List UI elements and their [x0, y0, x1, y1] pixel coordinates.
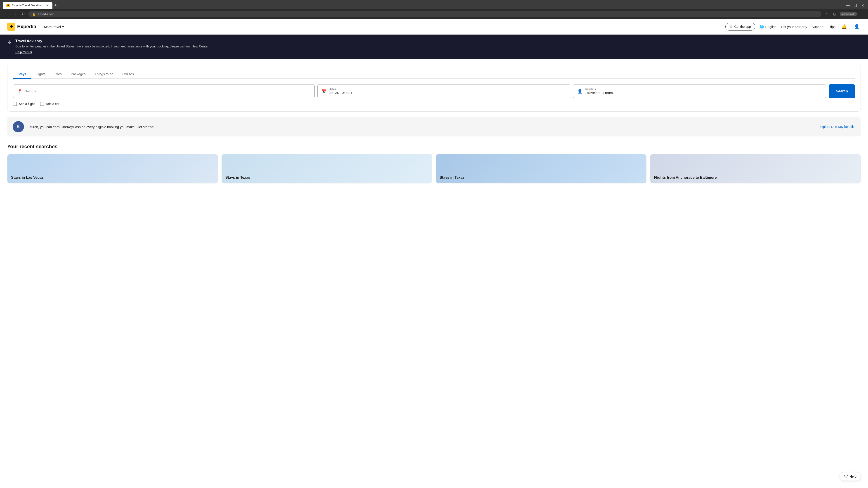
globe-icon: 🌐	[760, 25, 764, 29]
logo-icon: ✈	[7, 23, 16, 31]
recent-card-label-4: Flights from Anchorage to Baltimore	[654, 175, 857, 180]
bookmark-button[interactable]: ☆	[824, 11, 830, 17]
logo[interactable]: ✈ Expedia	[7, 23, 36, 31]
tab-stays[interactable]: Stays	[13, 70, 31, 79]
onekey-avatar: K	[13, 121, 24, 132]
search-row: 📍 Going to 📅 Dates Jan 30 - Jan 31 👤 Tra…	[13, 84, 855, 98]
location-icon: 📍	[17, 89, 22, 94]
recent-card-label-2: Stays in Texas	[225, 175, 428, 180]
tab-packages[interactable]: Packages	[66, 70, 90, 79]
browser-chrome: E Expedia Travel: Vacation Home... ✕ + —…	[0, 0, 868, 9]
account-button[interactable]: 👤	[852, 23, 861, 31]
add-car-label: Add a car	[46, 102, 59, 106]
add-flight-checkbox[interactable]: Add a flight	[13, 102, 35, 106]
add-car-checkbox[interactable]: Add a car	[40, 102, 59, 106]
address-bar[interactable]: 🔒 expedia.com	[29, 11, 821, 17]
going-to-field[interactable]: 📍 Going to	[13, 84, 315, 98]
avatar-letter: K	[17, 124, 20, 130]
restore-button[interactable]: ❐	[852, 3, 858, 8]
incognito-badge[interactable]: Incognito (2)	[840, 12, 857, 16]
tab-title: Expedia Travel: Vacation Home...	[12, 4, 44, 7]
more-travel-chevron-icon: ▾	[62, 25, 64, 29]
tab-favicon: E	[6, 4, 10, 7]
search-button[interactable]: Search	[829, 84, 855, 98]
tab-row: E Expedia Travel: Vacation Home... ✕ + —…	[3, 2, 865, 9]
search-card: Stays Flights Cars Packages Things to do…	[7, 64, 861, 111]
recent-card-anchorage[interactable]: Flights from Anchorage to Baltimore	[650, 154, 861, 184]
going-to-placeholder: Going to	[24, 89, 37, 93]
tab-things-to-do[interactable]: Things to do	[90, 70, 118, 79]
dates-content: Dates Jan 30 - Jan 31	[329, 88, 352, 95]
tab-close-button[interactable]: ✕	[46, 4, 49, 7]
recent-card-label-1: Stays in Las Vegas	[11, 175, 214, 180]
help-center-link[interactable]: Help Center	[16, 51, 32, 54]
recent-searches-section: Your recent searches Stays in Las Vegas …	[7, 144, 861, 184]
toolbar-icons: ☆ ⊟ Incognito (2) ⋮	[824, 11, 865, 17]
travelers-content: Travelers 2 travelers, 1 room	[585, 88, 613, 95]
more-travel-label: More travel	[44, 25, 61, 29]
advisory-text: Due to winter weather in the United Stat…	[16, 44, 209, 49]
logo-text: Expedia	[17, 24, 36, 30]
calendar-icon: 📅	[322, 89, 327, 94]
recent-card-texas-2[interactable]: Stays in Texas	[436, 154, 647, 184]
address-text: expedia.com	[38, 12, 817, 16]
reload-button[interactable]: ↻	[20, 11, 26, 17]
add-flight-checkbox-box	[13, 102, 17, 106]
travelers-field[interactable]: 👤 Travelers 2 travelers, 1 room	[573, 84, 826, 98]
add-flight-label: Add a flight	[19, 102, 35, 106]
language-button[interactable]: 🌐 English	[760, 25, 776, 29]
browser-toolbar: ← → ↻ 🔒 expedia.com ☆ ⊟ Incognito (2) ⋮	[0, 9, 868, 19]
window-controls: — ❐ ✕	[845, 3, 865, 8]
new-tab-button[interactable]: +	[53, 2, 59, 9]
tab-cars[interactable]: Cars	[50, 70, 66, 79]
person-icon: 👤	[577, 89, 582, 94]
travelers-value: 2 travelers, 1 room	[585, 91, 613, 95]
notifications-button[interactable]: 🔔	[840, 23, 848, 31]
header-right: ⬇ Get the app 🌐 English List your proper…	[725, 23, 861, 31]
onekey-banner: K Lauren, you can earn OneKeyCash on eve…	[7, 117, 861, 136]
download-icon: ⬇	[730, 25, 733, 29]
language-label: English	[765, 25, 776, 29]
main-content: Stays Flights Cars Packages Things to do…	[0, 59, 868, 189]
app-header: ✈ Expedia More travel ▾ ⬇ Get the app 🌐 …	[0, 19, 868, 35]
recent-card-las-vegas[interactable]: Stays in Las Vegas	[7, 154, 218, 184]
tab-cruises[interactable]: Cruises	[118, 70, 138, 79]
more-button[interactable]: ⋮	[859, 11, 865, 17]
forward-button[interactable]: →	[11, 11, 18, 17]
tab-flights[interactable]: Flights	[31, 70, 50, 79]
split-screen-button[interactable]: ⊟	[832, 11, 838, 17]
browser-tab-active[interactable]: E Expedia Travel: Vacation Home... ✕	[3, 2, 53, 9]
onekey-explore-link[interactable]: Explore One Key benefits	[819, 125, 855, 129]
extras-row: Add a flight Add a car	[13, 102, 855, 106]
get-app-label: Get the app	[734, 25, 751, 29]
dates-field[interactable]: 📅 Dates Jan 30 - Jan 31	[317, 84, 570, 98]
minimize-button[interactable]: —	[845, 3, 851, 8]
add-car-checkbox-box	[40, 102, 44, 106]
back-button[interactable]: ←	[3, 11, 9, 17]
get-app-button[interactable]: ⬇ Get the app	[725, 23, 755, 31]
list-property-button[interactable]: List your property	[781, 25, 807, 29]
warning-icon: ⚠	[7, 39, 12, 45]
onekey-message: Lauren, you can earn OneKeyCash on every…	[28, 125, 816, 129]
recent-card-label-3: Stays in Texas	[440, 175, 643, 180]
going-to-content: Going to	[24, 89, 37, 93]
advisory-content: Travel Advisory Due to winter weather in…	[16, 39, 209, 54]
search-tabs: Stays Flights Cars Packages Things to do…	[13, 70, 855, 79]
advisory-title: Travel Advisory	[16, 39, 209, 43]
travelers-label: Travelers	[585, 88, 613, 91]
more-travel-button[interactable]: More travel ▾	[41, 23, 66, 30]
support-button[interactable]: Support	[812, 25, 824, 29]
dates-label: Dates	[329, 88, 352, 91]
recent-searches-title: Your recent searches	[7, 144, 861, 150]
advisory-banner: ⚠ Travel Advisory Due to winter weather …	[0, 35, 868, 59]
recent-card-texas-1[interactable]: Stays in Texas	[221, 154, 432, 184]
dates-value: Jan 30 - Jan 31	[329, 91, 352, 95]
close-button[interactable]: ✕	[860, 3, 865, 8]
trips-button[interactable]: Trips	[828, 25, 835, 29]
recent-cards-grid: Stays in Las Vegas Stays in Texas Stays …	[7, 154, 861, 184]
